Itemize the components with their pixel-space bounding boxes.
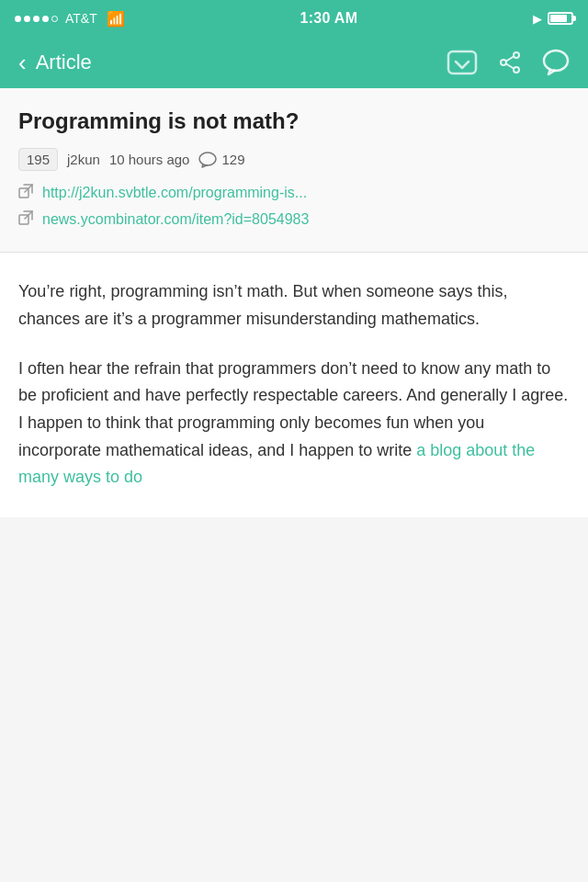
comment-count-icon [198,152,217,168]
meta-comments: 129 [198,152,244,168]
status-bar: AT&T 📶 1:30 AM ▶ [0,0,588,37]
battery-icon [548,12,573,25]
nav-left: ‹ Article [18,51,92,74]
share-button[interactable] [498,51,522,74]
nav-bar: ‹ Article [0,37,588,88]
article-header: Programming is not math? 195 j2kun 10 ho… [0,88,588,253]
pocket-button[interactable] [447,50,478,75]
signal-dots [15,16,58,22]
svg-line-5 [506,64,514,69]
meta-time: 10 hours ago [109,152,190,167]
article-title: Programming is not math? [18,107,570,135]
content-paragraph-1: You’re right, programming isn’t math. Bu… [18,278,570,333]
time-display: 1:30 AM [300,10,357,27]
svg-point-1 [514,52,519,58]
dot-4 [42,16,49,22]
article-content: You’re right, programming isn’t math. Bu… [0,253,588,517]
dot-2 [24,16,30,22]
article-url-1: http://j2kun.svbtle.com/programming-is..… [42,185,307,201]
article-hn-link[interactable]: news.ycombinator.com/item?id=8054983 [18,210,570,228]
svg-line-4 [506,57,514,62]
content-paragraph-2: I often hear the refrain that programmer… [18,356,570,492]
svg-rect-0 [448,51,476,74]
article-url-2: news.ycombinator.com/item?id=8054983 [42,211,309,228]
nav-right [447,49,570,76]
inline-blog-link[interactable]: a blog about the many ways to do [18,441,535,487]
svg-point-6 [544,51,568,71]
wifi-icon: 📶 [107,10,125,28]
back-button[interactable]: ‹ [18,51,27,74]
dot-5 [51,16,58,22]
nav-title: Article [36,51,92,74]
meta-author: j2kun [67,152,100,167]
score-badge: 195 [18,148,58,171]
battery-fill [550,15,567,22]
svg-point-7 [199,153,216,165]
article-meta: 195 j2kun 10 hours ago 129 [18,148,570,171]
comment-count: 129 [221,152,244,167]
dot-1 [15,16,21,22]
article-external-link[interactable]: http://j2kun.svbtle.com/programming-is..… [18,184,570,201]
external-link-icon-2 [18,210,33,228]
comment-button[interactable] [542,49,570,76]
dot-3 [33,16,40,22]
external-link-icon-1 [18,184,33,201]
status-left: AT&T 📶 [15,10,125,28]
svg-point-3 [514,67,519,73]
svg-point-2 [501,60,506,65]
location-icon: ▶ [533,12,542,26]
carrier-label: AT&T [65,11,97,26]
status-right: ▶ [533,12,573,26]
